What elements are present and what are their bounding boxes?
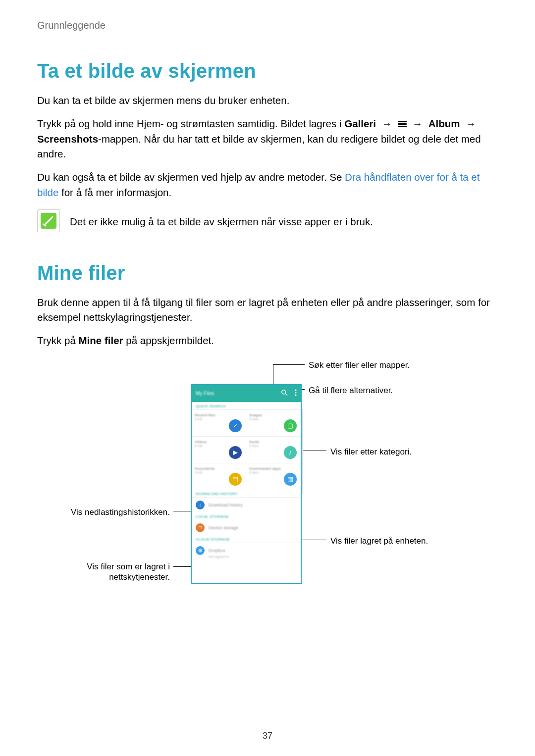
- category-name: Documents: [195, 466, 243, 471]
- text-bold: Screenshots: [37, 133, 98, 145]
- page-corner-mark: [25, 0, 27, 20]
- category-downloaded-apps[interactable]: Downloaded apps 0 item ▦: [246, 463, 301, 490]
- category-audio[interactable]: Audio 0 item ♪: [246, 436, 301, 463]
- body-text: Du kan ta et bilde av skjermen mens du b…: [37, 93, 498, 108]
- category-documents[interactable]: Documents 0 KB ▤: [192, 463, 246, 490]
- svg-point-1: [282, 390, 286, 394]
- heading-screenshot: Ta et bilde av skjermen: [37, 60, 498, 82]
- body-text: Du kan også ta et bilde av skjermen ved …: [37, 170, 498, 201]
- row-device-storage[interactable]: □ Device storage: [192, 520, 301, 535]
- search-icon[interactable]: [281, 389, 288, 398]
- text-fragment: nettskytjenester.: [52, 572, 170, 582]
- section-label: LOCAL STORAGE: [192, 512, 301, 520]
- category-name: Audio: [249, 440, 298, 444]
- storage-icon: □: [196, 523, 205, 532]
- apps-icon: ▦: [284, 473, 297, 486]
- text-fragment: Du kan også ta et bilde av skjermen ved …: [37, 171, 345, 183]
- text-fragment: på appskjermbildet.: [123, 335, 214, 346]
- category-name: Recent files: [195, 413, 243, 417]
- heading-myfiles: Mine filer: [37, 262, 498, 284]
- text-bold: Mine filer: [79, 335, 123, 346]
- callout-search: Søk etter filer eller mapper.: [309, 360, 410, 370]
- section-label: CLOUD STORAGE: [192, 535, 301, 543]
- note-block: Det er ikke mulig å ta et bilde av skjer…: [37, 209, 498, 232]
- callout-more: Gå til flere alternativer.: [309, 385, 393, 396]
- text-fragment: -mappen. Når du har tatt et bilde av skj…: [37, 133, 481, 160]
- note-text: Det er ikke mulig å ta et bilde av skjer…: [70, 209, 373, 230]
- callout-device: Vis filer lagret på enheten.: [330, 536, 428, 546]
- leader-line: [303, 409, 303, 493]
- text-fragment: for å få mer informasjon.: [58, 187, 171, 198]
- row-label: Dropbox: [209, 548, 225, 553]
- row-sublabel: Not signed in: [205, 555, 301, 561]
- arrow-icon: →: [382, 116, 392, 132]
- audio-icon: ♪: [284, 446, 297, 459]
- text-bold: Galleri: [344, 118, 376, 129]
- category-videos[interactable]: Videos 0 KB ▶: [192, 436, 246, 463]
- phone-header: My Files: [192, 385, 301, 402]
- body-text: Trykk på Mine filer på appskjermbildet.: [37, 333, 498, 349]
- leader-line: [273, 364, 305, 365]
- row-download-history[interactable]: ↓ Download history: [192, 497, 301, 512]
- row-label: Device storage: [209, 525, 238, 530]
- note-icon: [37, 209, 60, 232]
- svg-line-2: [285, 394, 287, 396]
- clock-icon: ✓: [229, 419, 242, 432]
- section-label: DOWNLOAD HISTORY: [192, 490, 301, 497]
- category-name: Downloaded apps: [249, 466, 298, 471]
- text-fragment: Trykk på og hold inne Hjem- og strømtast…: [37, 118, 344, 129]
- more-icon[interactable]: [295, 389, 297, 398]
- category-name: Videos: [195, 440, 243, 444]
- svg-point-5: [295, 394, 296, 396]
- body-text: Bruk denne appen til å få tilgang til fi…: [37, 295, 498, 326]
- category-recent[interactable]: Recent files 0 KB ✓: [192, 409, 246, 436]
- leader-line: [303, 451, 326, 451]
- arrow-icon: →: [413, 116, 423, 132]
- document-icon: ▤: [229, 473, 242, 486]
- section-label: QUICK SEARCH: [192, 402, 301, 409]
- phone-mock: My Files QUICK SEARCH Recent files 0 KB …: [191, 384, 302, 584]
- dropbox-icon: ⊕: [196, 546, 205, 555]
- svg-point-4: [295, 392, 296, 393]
- row-label: Download history: [209, 503, 243, 507]
- video-icon: ▶: [229, 446, 242, 459]
- callout-category: Vis filer etter kategori.: [330, 447, 412, 457]
- text-fragment: Trykk på: [37, 335, 79, 346]
- svg-point-3: [295, 389, 296, 391]
- category-grid: Recent files 0 KB ✓ Images 0 item ▢ Vide…: [192, 409, 301, 490]
- row-dropbox[interactable]: ⊕ Dropbox: [192, 543, 301, 555]
- page-number: 37: [0, 731, 535, 741]
- image-icon: ▢: [284, 419, 297, 432]
- breadcrumb: Grunnleggende: [37, 20, 498, 31]
- category-images[interactable]: Images 0 item ▢: [246, 409, 301, 436]
- callout-cloud: Vis filer som er lagret i nettskytjenest…: [52, 561, 170, 583]
- callout-downloads: Vis nedlastingshistorikken.: [52, 507, 170, 517]
- menu-icon: [398, 120, 407, 128]
- category-name: Images: [249, 413, 298, 417]
- phone-title: My Files: [196, 391, 214, 396]
- figure-myfiles: Søk etter filer eller mapper. Gå til fle…: [37, 356, 498, 594]
- text-fragment: Vis filer som er lagret i: [52, 561, 170, 572]
- text-bold: Album: [428, 118, 460, 129]
- download-icon: ↓: [196, 501, 205, 509]
- arrow-icon: →: [466, 116, 476, 132]
- body-text: Trykk på og hold inne Hjem- og strømtast…: [37, 116, 498, 162]
